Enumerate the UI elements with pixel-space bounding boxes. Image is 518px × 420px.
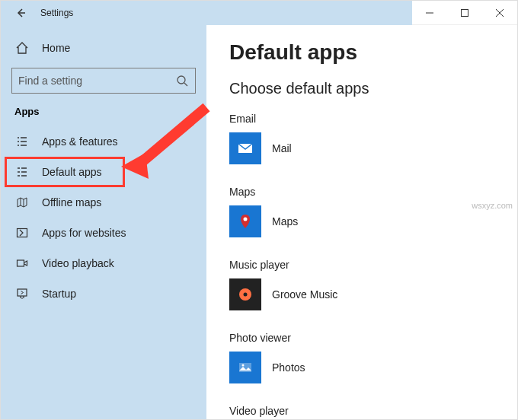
default-app-music[interactable]: Groove Music bbox=[229, 278, 494, 310]
svg-point-6 bbox=[244, 218, 248, 221]
photos-icon bbox=[229, 352, 261, 383]
category-label-photos: Photo viewer bbox=[229, 332, 494, 344]
category-label-video: Video player bbox=[229, 405, 494, 417]
defaults-icon bbox=[14, 164, 30, 180]
sidebar-item-label: Offline maps bbox=[42, 196, 101, 208]
content-pane: Default apps Choose default apps Email M… bbox=[206, 25, 517, 419]
search-icon bbox=[175, 74, 189, 88]
sidebar-home-label: Home bbox=[42, 42, 70, 54]
svg-point-8 bbox=[244, 293, 248, 297]
maximize-button[interactable] bbox=[447, 1, 482, 24]
sidebar-item-startup[interactable]: Startup bbox=[1, 278, 206, 309]
sidebar-item-label: Video playback bbox=[42, 257, 114, 269]
search-input[interactable] bbox=[18, 75, 175, 87]
window-controls bbox=[412, 1, 517, 25]
page-subtitle: Choose default apps bbox=[229, 80, 494, 97]
svg-rect-0 bbox=[462, 9, 468, 16]
groove-icon bbox=[229, 278, 261, 310]
sidebar-item-label: Apps & features bbox=[42, 135, 118, 148]
category-label-maps: Maps bbox=[229, 186, 494, 198]
svg-rect-2 bbox=[18, 229, 27, 237]
sidebar-item-apps-features[interactable]: Apps & features bbox=[1, 126, 206, 157]
svg-point-10 bbox=[242, 364, 245, 367]
default-app-label: Groove Music bbox=[272, 288, 337, 301]
default-app-label: Mail bbox=[272, 142, 292, 154]
category-label-music: Music player bbox=[229, 259, 494, 271]
default-app-label: Photos bbox=[272, 361, 305, 374]
default-app-email[interactable]: Mail bbox=[229, 132, 494, 164]
default-app-photos[interactable]: Photos bbox=[229, 352, 494, 383]
home-icon bbox=[14, 40, 30, 56]
sidebar-item-default-apps[interactable]: Default apps bbox=[1, 157, 206, 187]
list-icon bbox=[14, 134, 30, 149]
maps-icon bbox=[229, 205, 261, 237]
minimize-icon bbox=[426, 9, 433, 17]
close-button[interactable] bbox=[482, 1, 517, 24]
mail-icon bbox=[229, 132, 261, 164]
default-app-maps[interactable]: Maps bbox=[229, 205, 494, 237]
category-label-email: Email bbox=[229, 113, 494, 125]
sidebar-item-video-playback[interactable]: Video playback bbox=[1, 248, 206, 278]
startup-icon bbox=[14, 286, 30, 301]
sidebar-section-label: Apps bbox=[1, 104, 206, 126]
close-icon bbox=[496, 9, 504, 17]
maximize-icon bbox=[461, 9, 468, 17]
back-arrow-icon bbox=[15, 8, 26, 18]
titlebar: Settings bbox=[1, 1, 517, 25]
video-icon bbox=[14, 256, 30, 271]
page-title: Default apps bbox=[229, 40, 494, 65]
svg-point-1 bbox=[177, 76, 185, 84]
window-title: Settings bbox=[40, 8, 73, 18]
watermark: wsxyz.com bbox=[472, 201, 513, 210]
sidebar: Home Apps Apps & features Default apps bbox=[1, 25, 206, 419]
search-box[interactable] bbox=[11, 68, 196, 94]
svg-rect-9 bbox=[239, 363, 251, 372]
map-icon bbox=[14, 195, 30, 210]
sidebar-item-label: Startup bbox=[42, 288, 76, 300]
sidebar-item-label: Apps for websites bbox=[42, 227, 126, 239]
websites-icon bbox=[14, 225, 30, 240]
sidebar-home[interactable]: Home bbox=[1, 33, 206, 63]
sidebar-item-apps-websites[interactable]: Apps for websites bbox=[1, 218, 206, 248]
back-button[interactable] bbox=[14, 7, 27, 19]
minimize-button[interactable] bbox=[412, 1, 447, 24]
sidebar-item-offline-maps[interactable]: Offline maps bbox=[1, 187, 206, 218]
default-app-label: Maps bbox=[272, 215, 298, 228]
svg-rect-3 bbox=[18, 260, 24, 266]
sidebar-item-label: Default apps bbox=[42, 166, 102, 178]
